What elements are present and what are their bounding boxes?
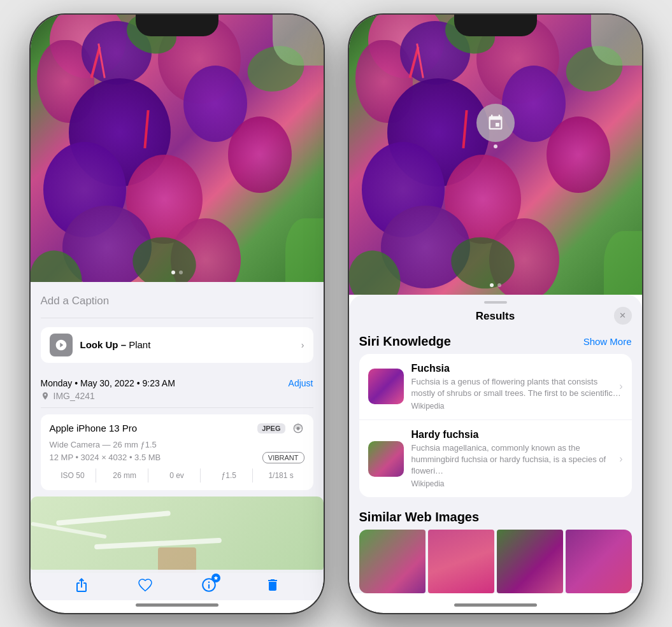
vibrant-badge: VIBRANT bbox=[262, 452, 304, 463]
show-more-button[interactable]: Show More bbox=[583, 336, 632, 347]
web-image-4[interactable] bbox=[566, 530, 632, 593]
siri-knowledge-title: Siri Knowledge bbox=[359, 334, 451, 349]
iso-spec: ISO 50 bbox=[50, 468, 97, 483]
aperture-spec: ƒ1.5 bbox=[206, 468, 253, 483]
hardy-fuchsia-thumbnail bbox=[368, 441, 404, 477]
results-scroll[interactable]: Siri Knowledge Show More Fuchsia Fuchsia… bbox=[349, 328, 642, 594]
hardy-fuchsia-name: Hardy fuchsia bbox=[411, 429, 623, 440]
fuchsia-item[interactable]: Fuchsia Fuchsia is a genus of flowering … bbox=[359, 354, 632, 420]
web-images-grid[interactable] bbox=[359, 530, 632, 593]
results-title: Results bbox=[476, 310, 515, 323]
knowledge-card: Fuchsia Fuchsia is a genus of flowering … bbox=[359, 354, 632, 498]
web-image-2[interactable] bbox=[428, 530, 494, 593]
camera-model: Apple iPhone 13 Pro bbox=[50, 423, 138, 433]
lookup-row[interactable]: Look Up – Plant › bbox=[41, 327, 313, 363]
ev-spec: 0 ev bbox=[154, 468, 201, 483]
mp-text: 12 MP • 3024 × 4032 • 3.5 MB bbox=[50, 453, 161, 462]
phone-2-screen: Results ✕ Siri Knowledge Show More bbox=[349, 15, 642, 613]
photo-detail-panel: Add a Caption Look Up – Plant › bbox=[31, 282, 324, 573]
bottom-toolbar bbox=[31, 570, 324, 600]
close-button[interactable]: ✕ bbox=[614, 307, 632, 325]
share-button[interactable] bbox=[73, 576, 90, 594]
favorite-button[interactable] bbox=[136, 576, 154, 594]
fuchsia-thumbnail bbox=[368, 369, 404, 404]
caption-input[interactable]: Add a Caption bbox=[41, 290, 313, 318]
lens-specs: Wide Camera — 26 mm ƒ1.5 bbox=[50, 440, 304, 449]
fuchsia-source: Wikipedia bbox=[411, 402, 623, 411]
hardy-fuchsia-text: Hardy fuchsia Fuchsia magellanica, commo… bbox=[411, 429, 623, 489]
web-images-section: Similar Web Images bbox=[359, 504, 632, 593]
adjust-button[interactable]: Adjust bbox=[289, 378, 313, 388]
date-info-section: Monday • May 30, 2022 • 9:23 AM Adjust I… bbox=[41, 372, 313, 408]
phone-2: Results ✕ Siri Knowledge Show More bbox=[349, 15, 642, 613]
flower-photo-1[interactable] bbox=[31, 15, 324, 282]
siri-knowledge-header: Siri Knowledge Show More bbox=[359, 328, 632, 354]
focal-spec: 26 mm bbox=[101, 468, 148, 483]
siri-dot bbox=[494, 144, 497, 148]
hardy-fuchsia-source: Wikipedia bbox=[411, 479, 623, 488]
fuchsia-description: Fuchsia is a genus of flowering plants t… bbox=[411, 376, 623, 399]
lookup-text: Look Up – Plant bbox=[80, 339, 151, 350]
results-header: Results ✕ bbox=[349, 304, 642, 328]
web-image-1[interactable] bbox=[359, 530, 425, 593]
jpeg-badge: JPEG bbox=[257, 423, 285, 433]
siri-lookup-bubble bbox=[476, 104, 515, 142]
map-preview[interactable] bbox=[31, 497, 324, 573]
phone-1-screen: Add a Caption Look Up – Plant › bbox=[31, 15, 324, 613]
lookup-icon bbox=[50, 334, 73, 356]
hardy-fuchsia-item[interactable]: Hardy fuchsia Fuchsia magellanica, commo… bbox=[359, 420, 632, 498]
camera-info-box: Apple iPhone 13 Pro JPEG Wide Camera — 2… bbox=[41, 414, 313, 490]
fuchsia-text: Fuchsia Fuchsia is a genus of flowering … bbox=[411, 363, 623, 411]
date-text: Monday • May 30, 2022 • 9:23 AM bbox=[41, 378, 175, 388]
web-images-title: Similar Web Images bbox=[359, 510, 480, 525]
web-image-3[interactable] bbox=[497, 530, 563, 593]
web-images-header: Similar Web Images bbox=[359, 504, 632, 530]
hardy-fuchsia-description: Fuchsia magellanica, commonly known as t… bbox=[411, 442, 623, 477]
results-panel: Results ✕ Siri Knowledge Show More bbox=[349, 295, 642, 594]
phone-1: Add a Caption Look Up – Plant › bbox=[31, 15, 324, 613]
delete-button[interactable] bbox=[264, 576, 282, 594]
fuchsia-name: Fuchsia bbox=[411, 363, 623, 374]
hardy-fuchsia-chevron-icon: › bbox=[619, 453, 622, 465]
shutter-spec: 1/181 s bbox=[258, 468, 304, 483]
flower-photo-2[interactable] bbox=[349, 15, 642, 295]
filename-text: IMG_4241 bbox=[54, 391, 95, 401]
info-button[interactable] bbox=[200, 576, 218, 594]
fuchsia-chevron-icon: › bbox=[619, 381, 622, 392]
lookup-chevron-icon: › bbox=[301, 340, 304, 350]
tech-specs-row: ISO 50 26 mm 0 ev ƒ1.5 1/181 s bbox=[50, 468, 304, 483]
